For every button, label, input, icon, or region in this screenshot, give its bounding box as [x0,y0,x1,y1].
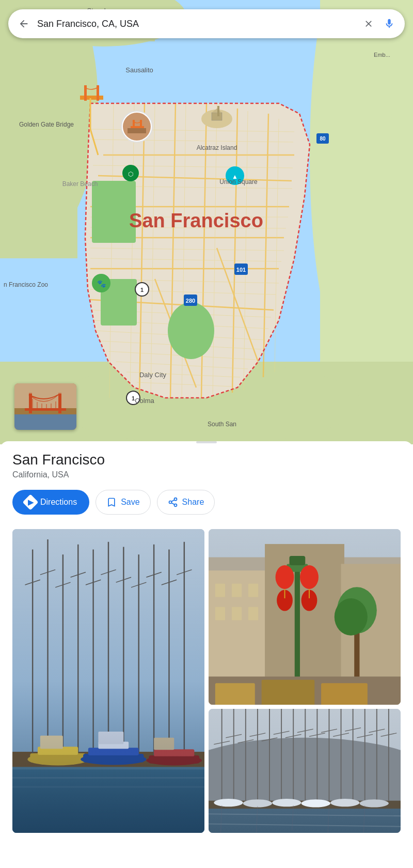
svg-rect-145 [88,748,139,755]
map-thumbnail[interactable] [14,383,76,430]
place-subtitle: California, USA [12,470,401,479]
svg-point-112 [174,504,177,506]
action-buttons: ▶ Directions Save Share [12,490,401,515]
save-label: Save [121,498,139,507]
svg-rect-149 [154,749,194,756]
svg-rect-166 [248,607,258,621]
photo-harbor-boats[interactable] [12,529,204,833]
svg-text:101: 101 [236,267,246,273]
svg-text:80: 80 [320,136,326,142]
svg-point-147 [146,755,202,766]
svg-text:Sausalito: Sausalito [125,66,153,74]
svg-rect-154 [12,777,204,779]
svg-text:Emb...: Emb... [374,52,390,58]
svg-point-221 [330,799,359,807]
svg-rect-102 [25,408,66,411]
svg-text:280: 280 [186,298,195,304]
svg-text:Baker Beach: Baker Beach [62,180,98,188]
svg-point-217 [214,799,243,807]
svg-text:Colma: Colma [135,397,154,405]
svg-rect-153 [12,767,204,769]
photo-chinatown[interactable] [209,529,401,705]
svg-rect-181 [262,680,315,705]
svg-rect-52 [80,96,103,100]
search-query: San Francisco, CA, USA [37,19,355,29]
svg-point-140 [27,753,88,765]
svg-rect-162 [232,584,242,597]
svg-rect-144 [83,754,144,763]
mic-button[interactable] [382,17,396,31]
svg-line-114 [171,500,174,501]
svg-line-113 [171,503,174,504]
svg-text:Alcatraz Island: Alcatraz Island [197,144,237,151]
svg-rect-141 [30,753,86,763]
svg-rect-98 [14,412,76,430]
map-view[interactable]: ▲ 🐾 ⬡ 101 280 80 1 1 Strawberry Sausal [0,0,413,444]
svg-rect-117 [12,752,204,767]
svg-point-110 [174,498,177,501]
svg-point-50 [168,302,214,359]
svg-rect-148 [149,755,199,764]
share-icon [168,497,178,507]
svg-point-111 [169,501,171,504]
svg-rect-146 [98,741,129,749]
svg-rect-152 [154,738,174,750]
svg-rect-169 [289,556,305,565]
svg-point-222 [359,799,388,807]
svg-text:🐾: 🐾 [97,280,106,288]
svg-text:1: 1 [132,395,135,401]
svg-rect-165 [232,607,242,621]
back-button[interactable] [17,17,31,31]
svg-rect-56 [212,113,222,120]
svg-text:South San: South San [208,421,236,428]
svg-text:Daly City: Daly City [139,371,167,379]
bookmark-icon [106,497,117,507]
svg-point-178 [335,598,368,636]
svg-text:1: 1 [140,287,144,293]
svg-rect-164 [215,607,225,621]
photo-marina[interactable] [209,709,401,833]
svg-rect-151 [98,732,123,744]
svg-text:n Francisco Zoo: n Francisco Zoo [4,281,48,288]
save-button[interactable]: Save [96,490,150,515]
directions-button[interactable]: ▶ Directions [12,490,89,515]
svg-text:Union Square: Union Square [219,178,258,185]
svg-rect-150 [40,736,63,749]
svg-rect-58 [217,106,219,116]
svg-rect-109 [14,383,76,394]
svg-rect-180 [215,683,255,705]
photo-grid [12,529,401,833]
svg-rect-155 [12,786,204,788]
svg-point-171 [300,565,319,589]
bottom-sheet: San Francisco California, USA ▶ Directio… [0,441,413,865]
sheet-handle [196,441,217,443]
svg-point-220 [301,799,330,807]
directions-label: Directions [40,498,77,507]
svg-point-170 [276,565,294,589]
svg-rect-96 [128,128,146,133]
svg-text:⬡: ⬡ [128,171,133,178]
place-name: San Francisco [12,452,401,468]
svg-rect-142 [38,747,78,755]
svg-text:Golden Gate Bridge: Golden Gate Bridge [19,121,74,128]
share-button[interactable]: Share [157,490,215,515]
search-bar: San Francisco, CA, USA [8,9,405,38]
svg-text:San Francisco: San Francisco [129,210,263,231]
svg-rect-163 [248,584,258,597]
share-label: Share [182,498,204,507]
svg-point-219 [272,799,301,807]
clear-button[interactable] [361,17,376,31]
svg-rect-116 [12,762,204,833]
svg-point-143 [81,754,146,765]
svg-rect-161 [215,584,225,597]
svg-rect-182 [321,683,368,705]
directions-icon: ▶ [22,494,38,510]
